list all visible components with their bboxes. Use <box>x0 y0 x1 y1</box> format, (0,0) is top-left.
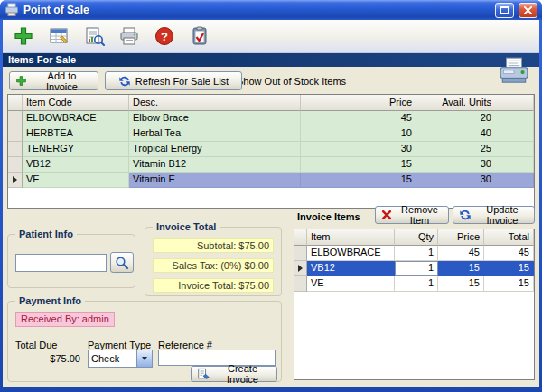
remove-item-button[interactable]: Remove Item <box>375 206 449 224</box>
cell-item-code[interactable]: VE <box>23 173 129 188</box>
invoice-grid-header: Item Qty Price Total <box>294 229 534 246</box>
remove-x-icon <box>381 210 392 220</box>
chevron-down-icon <box>142 357 147 360</box>
invoice-items-title: Invoice Items <box>297 211 360 222</box>
cell-price[interactable]: 30 <box>301 142 416 157</box>
row-indicator <box>8 111 23 126</box>
payment-type-select[interactable]: Check <box>88 350 153 368</box>
patient-search-button[interactable] <box>110 252 134 273</box>
subtotal-field: Subtotal: $75.00 <box>153 238 274 253</box>
update-invoice-label: Update Invoice <box>476 204 528 226</box>
items-grid-row[interactable]: VB12Vitamin B121530 <box>8 157 534 173</box>
cell-price[interactable]: 15 <box>301 173 416 188</box>
invoice-total-groupbox: Invoice Total Subtotal: $75.00 Sales Tax… <box>145 227 282 296</box>
app-icon <box>5 3 19 17</box>
col-desc[interactable]: Desc. <box>129 95 301 111</box>
cell-qty[interactable]: 1 <box>395 246 438 261</box>
refresh-for-sale-list-label: Refresh For Sale List <box>136 76 229 87</box>
cell-price[interactable]: 10 <box>301 126 416 142</box>
cell-item-code[interactable]: ELBOWBRACE <box>23 111 129 126</box>
cell-desc[interactable]: Vitamin E <box>129 173 301 188</box>
cell-item[interactable]: ELBOWBRACE <box>307 246 395 261</box>
cell-total[interactable]: 15 <box>484 261 534 276</box>
payment-type-value: Check <box>89 353 136 364</box>
cell-price[interactable]: 15 <box>438 261 484 276</box>
add-small-icon <box>15 75 27 87</box>
cell-desc[interactable]: Tropical Energy <box>129 142 301 157</box>
cell-price[interactable]: 15 <box>301 157 416 173</box>
row-indicator <box>294 261 307 276</box>
invoice-grid-row[interactable]: VE11515 <box>294 276 534 292</box>
update-refresh-icon <box>459 209 472 221</box>
row-indicator <box>8 173 23 188</box>
col-indicator <box>8 95 23 111</box>
payment-info-title: Payment Info <box>15 295 85 306</box>
current-row-arrow-icon <box>13 176 17 183</box>
payment-info-groupbox: Payment Info Received By: admin Total Du… <box>7 301 282 382</box>
cell-item-code[interactable]: TENERGY <box>23 142 129 157</box>
cell-desc[interactable]: Vitamin B12 <box>129 157 301 173</box>
client-area: ? Items For Sale Add <box>3 20 539 387</box>
cell-price[interactable]: 15 <box>438 276 484 292</box>
cell-qty[interactable]: 1 <box>395 276 438 292</box>
total-due-value: $75.00 <box>15 353 80 364</box>
cell-item-code[interactable]: HERBTEA <box>23 126 129 142</box>
cell-avail-units[interactable]: 30 <box>416 173 534 188</box>
refresh-icon <box>118 75 131 88</box>
app-window: Point of Sale <box>0 0 542 392</box>
cell-item[interactable]: VB12 <box>307 261 395 276</box>
invoice-items-grid[interactable]: Item Qty Price Total ELBOWBRACE14545VB12… <box>294 229 535 380</box>
tasks-icon[interactable] <box>188 24 211 48</box>
row-indicator <box>8 126 23 142</box>
items-grid-row[interactable]: TENERGYTropical Energy3025 <box>8 142 534 157</box>
cell-item-code[interactable]: VB12 <box>23 157 129 173</box>
items-grid-rows: ELBOWBRACEElbow Brace4520HERBTEAHerbal T… <box>8 111 534 188</box>
cell-price[interactable]: 45 <box>301 111 416 126</box>
invoices-icon[interactable] <box>47 24 70 48</box>
col-qty[interactable]: Qty <box>395 229 438 246</box>
cell-price[interactable]: 45 <box>438 246 484 261</box>
invoice-grid-row[interactable]: ELBOWBRACE14545 <box>294 246 534 261</box>
col-total[interactable]: Total <box>484 229 534 246</box>
items-grid-row[interactable]: ELBOWBRACEElbow Brace4520 <box>8 111 534 126</box>
print-icon[interactable] <box>117 24 141 48</box>
titlebar[interactable]: Point of Sale <box>0 0 542 20</box>
refresh-for-sale-list-button[interactable]: Refresh For Sale List <box>105 71 242 90</box>
help-icon[interactable]: ? <box>153 24 176 48</box>
col-item-code[interactable]: Item Code <box>23 95 129 111</box>
cell-avail-units[interactable]: 25 <box>416 142 534 157</box>
items-grid-row[interactable]: VEVitamin E1530 <box>8 173 534 188</box>
row-indicator <box>8 157 23 173</box>
cell-avail-units[interactable]: 30 <box>416 157 534 173</box>
add-to-invoice-button[interactable]: Add to Invoice <box>9 71 98 90</box>
cell-qty[interactable]: 1 <box>395 261 438 276</box>
col-price[interactable]: Price <box>301 95 416 111</box>
col-price[interactable]: Price <box>438 229 484 246</box>
maximize-button[interactable] <box>495 3 514 18</box>
combo-dropdown-button[interactable] <box>136 350 152 367</box>
add-to-invoice-label: Add to Invoice <box>32 70 92 92</box>
patient-search-input[interactable] <box>15 254 107 272</box>
items-for-sale-grid[interactable]: Item Code Desc. Price Avail. Units ELBOW… <box>7 94 535 209</box>
total-due-label: Total Due <box>15 340 57 350</box>
cell-total[interactable]: 45 <box>484 246 534 261</box>
cell-item[interactable]: VE <box>307 276 395 292</box>
reports-icon[interactable] <box>82 24 106 48</box>
cell-avail-units[interactable]: 40 <box>416 126 534 142</box>
cell-desc[interactable]: Herbal Tea <box>129 126 301 142</box>
create-invoice-label: Create Invoice <box>214 363 271 385</box>
items-grid-row[interactable]: HERBTEAHerbal Tea1040 <box>8 126 534 142</box>
add-icon[interactable] <box>12 24 35 48</box>
show-out-of-stock-label: Show Out of Stock Items <box>237 76 346 87</box>
create-invoice-button[interactable]: Create Invoice <box>191 366 277 382</box>
cell-desc[interactable]: Elbow Brace <box>129 111 301 126</box>
sales-tax-field: Sales Tax: (0%) $0.00 <box>153 258 274 273</box>
cell-total[interactable]: 15 <box>484 276 534 292</box>
cell-avail-units[interactable]: 20 <box>416 111 534 126</box>
invoice-grid-row[interactable]: VB1211515 <box>294 261 534 276</box>
close-button[interactable] <box>519 3 537 18</box>
close-icon <box>523 5 533 15</box>
update-invoice-button[interactable]: Update Invoice <box>453 206 535 224</box>
col-item[interactable]: Item <box>307 229 395 246</box>
col-avail-units[interactable]: Avail. Units <box>416 95 534 111</box>
